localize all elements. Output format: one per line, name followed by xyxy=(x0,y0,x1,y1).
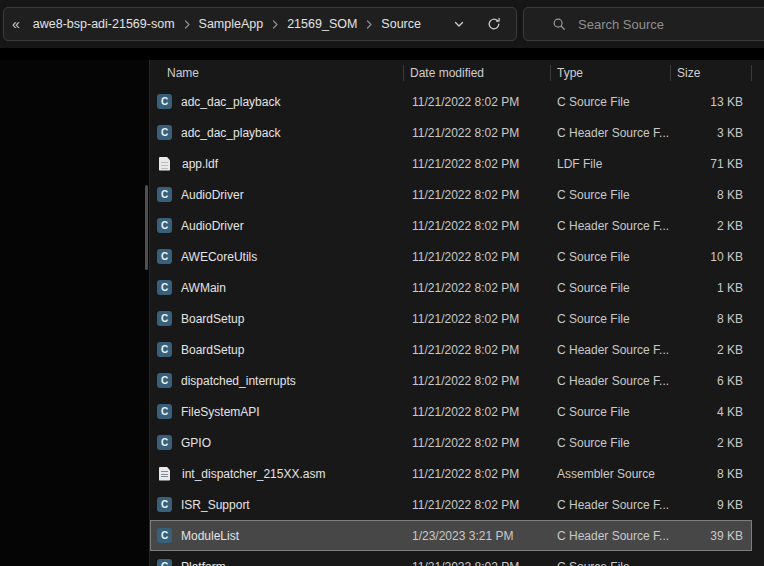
breadcrumb: awe8-bsp-adi-21569-somSampleApp21569_SOM… xyxy=(28,14,426,34)
file-name: AWMain xyxy=(181,281,226,295)
nav-pane-scrollbar-thumb[interactable] xyxy=(145,185,148,270)
c-file-icon: C xyxy=(157,559,172,566)
file-type: LDF File xyxy=(551,157,671,171)
column-header-size[interactable]: Size xyxy=(671,65,752,81)
file-row[interactable]: int_dispatcher_215XX.asm 11/21/2022 8:02… xyxy=(150,458,752,489)
file-row[interactable]: app.ldf 11/21/2022 8:02 PM LDF File 71 K… xyxy=(150,148,752,179)
c-file-icon: C xyxy=(157,125,172,140)
file-row[interactable]: C adc_dac_playback 11/21/2022 8:02 PM C … xyxy=(150,86,752,117)
c-file-icon: C xyxy=(157,187,172,202)
refresh-icon[interactable] xyxy=(484,14,504,34)
file-type: C Source File xyxy=(551,188,671,202)
file-size: 10 KB xyxy=(671,250,752,264)
column-header-type[interactable]: Type xyxy=(551,65,671,81)
address-bar[interactable]: « awe8-bsp-adi-21569-somSampleApp21569_S… xyxy=(3,7,517,41)
column-headers: Name Date modified Type Size xyxy=(150,60,763,86)
file-date-modified: 11/21/2022 8:02 PM xyxy=(404,467,551,481)
file-date-modified: 11/21/2022 8:02 PM xyxy=(404,560,551,566)
file-list-pane: Name Date modified Type Size C adc_dac_p… xyxy=(150,60,763,566)
file-row[interactable]: C BoardSetup 11/21/2022 8:02 PM C Source… xyxy=(150,303,752,334)
c-file-icon: C xyxy=(157,497,172,512)
file-date-modified: 11/21/2022 8:02 PM xyxy=(404,281,551,295)
file-name: ISR_Support xyxy=(181,498,250,512)
breadcrumb-item[interactable]: SampleApp xyxy=(194,14,269,34)
file-row[interactable]: C GPIO 11/21/2022 8:02 PM C Source File … xyxy=(150,427,752,458)
breadcrumb-chevron-icon[interactable] xyxy=(364,19,374,29)
breadcrumb-chevron-icon[interactable] xyxy=(182,19,192,29)
file-name: GPIO xyxy=(181,436,211,450)
file-name: AudioDriver xyxy=(181,188,244,202)
c-file-icon: C xyxy=(157,94,172,109)
file-type: C Source File xyxy=(551,560,671,566)
c-file-icon: C xyxy=(157,435,172,450)
file-name: adc_dac_playback xyxy=(181,95,280,109)
file-row[interactable]: C ISR_Support 11/21/2022 8:02 PM C Heade… xyxy=(150,489,752,520)
breadcrumb-item[interactable]: Source xyxy=(376,14,426,34)
file-name: BoardSetup xyxy=(181,343,244,357)
file-row[interactable]: C AWECoreUtils 11/21/2022 8:02 PM C Sour… xyxy=(150,241,752,272)
breadcrumb-item[interactable]: awe8-bsp-adi-21569-som xyxy=(28,14,180,34)
file-name: dispatched_interrupts xyxy=(181,374,296,388)
file-size: 71 KB xyxy=(671,157,752,171)
file-name: FileSystemAPI xyxy=(181,405,260,419)
file-size: 2 KB xyxy=(671,343,752,357)
file-name: AudioDriver xyxy=(181,219,244,233)
file-size: 13 KB xyxy=(671,95,752,109)
column-header-type-label: Type xyxy=(557,66,583,80)
file-size: 39 KB xyxy=(671,529,752,543)
column-header-date-label: Date modified xyxy=(410,66,484,80)
file-type: C Source File xyxy=(551,95,671,109)
file-row[interactable]: C ModuleList 1/23/2023 3:21 PM C Header … xyxy=(150,520,752,551)
c-file-icon: C xyxy=(157,280,172,295)
file-type: C Source File xyxy=(551,250,671,264)
file-row[interactable]: C AWMain 11/21/2022 8:02 PM C Source Fil… xyxy=(150,272,752,303)
file-row[interactable]: C Platform 11/21/2022 8:02 PM C Source F… xyxy=(150,551,752,566)
c-file-icon: C xyxy=(157,342,172,357)
file-name: AWECoreUtils xyxy=(181,250,257,264)
assembler-file-icon xyxy=(157,466,173,482)
file-name: BoardSetup xyxy=(181,312,244,326)
c-file-icon: C xyxy=(157,311,172,326)
file-row[interactable]: C adc_dac_playback 11/21/2022 8:02 PM C … xyxy=(150,117,752,148)
file-size: 1 KB xyxy=(671,281,752,295)
column-header-date-modified[interactable]: Date modified xyxy=(404,65,551,81)
file-type: C Source File xyxy=(551,281,671,295)
search-box xyxy=(523,7,764,41)
file-date-modified: 11/21/2022 8:02 PM xyxy=(404,95,551,109)
file-date-modified: 11/21/2022 8:02 PM xyxy=(404,436,551,450)
breadcrumb-item[interactable]: 21569_SOM xyxy=(282,14,362,34)
file-date-modified: 11/21/2022 8:02 PM xyxy=(404,312,551,326)
file-type: Assembler Source xyxy=(551,467,671,481)
file-type: C Header Source F... xyxy=(551,219,671,233)
file-name: int_dispatcher_215XX.asm xyxy=(182,467,325,481)
file-size: 8 KB xyxy=(671,467,752,481)
c-file-icon: C xyxy=(157,373,172,388)
document-icon xyxy=(157,156,173,172)
file-date-modified: 11/21/2022 8:02 PM xyxy=(404,405,551,419)
file-row[interactable]: C BoardSetup 11/21/2022 8:02 PM C Header… xyxy=(150,334,752,365)
file-date-modified: 11/21/2022 8:02 PM xyxy=(404,126,551,140)
toolbar-divider xyxy=(0,48,764,60)
file-name: ModuleList xyxy=(181,529,239,543)
c-file-icon: C xyxy=(157,528,172,543)
file-row[interactable]: C dispatched_interrupts 11/21/2022 8:02 … xyxy=(150,365,752,396)
file-size: 2 KB xyxy=(671,436,752,450)
breadcrumb-overflow-icon[interactable]: « xyxy=(12,16,20,32)
file-type: C Source File xyxy=(551,405,671,419)
file-type: C Header Source F... xyxy=(551,374,671,388)
breadcrumb-chevron-icon[interactable] xyxy=(270,19,280,29)
file-row[interactable]: C AudioDriver 11/21/2022 8:02 PM C Heade… xyxy=(150,210,752,241)
file-row[interactable]: C AudioDriver 11/21/2022 8:02 PM C Sourc… xyxy=(150,179,752,210)
file-explorer-window: « awe8-bsp-adi-21569-somSampleApp21569_S… xyxy=(0,0,764,566)
file-type: C Header Source F... xyxy=(551,529,671,543)
search-icon xyxy=(552,17,566,31)
column-header-name[interactable]: Name xyxy=(150,65,404,81)
search-input[interactable] xyxy=(576,16,764,33)
file-date-modified: 11/21/2022 8:02 PM xyxy=(404,157,551,171)
file-type: C Header Source F... xyxy=(551,498,671,512)
file-name: app.ldf xyxy=(182,157,218,171)
file-row[interactable]: C FileSystemAPI 11/21/2022 8:02 PM C Sou… xyxy=(150,396,752,427)
address-dropdown-icon[interactable] xyxy=(450,15,468,33)
file-date-modified: 11/21/2022 8:02 PM xyxy=(404,219,551,233)
file-date-modified: 1/23/2023 3:21 PM xyxy=(404,529,551,543)
